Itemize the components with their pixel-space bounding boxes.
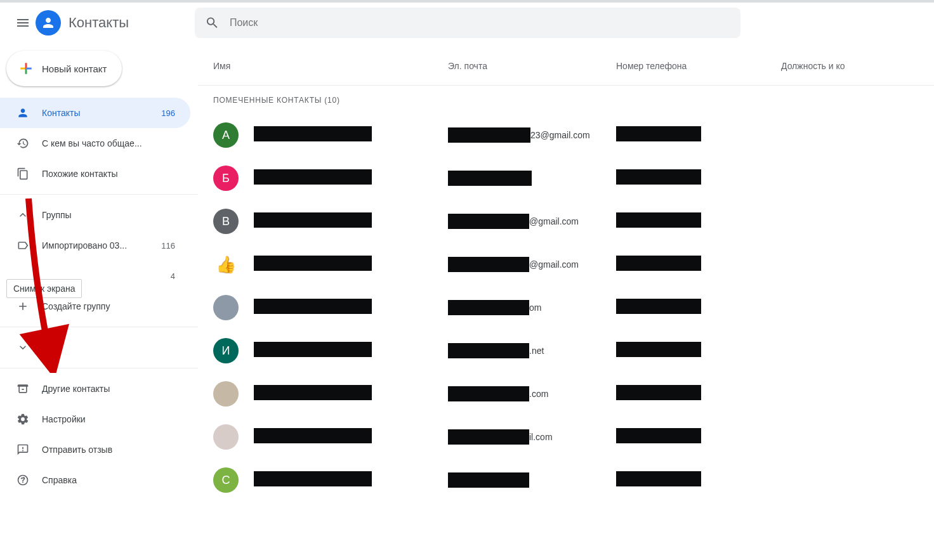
column-header-job[interactable]: Должность и ко	[781, 61, 845, 71]
table-row[interactable]: .com	[198, 372, 934, 415]
contact-phone-redacted	[616, 471, 701, 486]
avatar: В	[213, 209, 239, 234]
sidebar-more-toggle[interactable]: Ещё	[0, 332, 190, 363]
contact-name-redacted	[254, 299, 372, 314]
help-icon	[15, 472, 30, 488]
sidebar-item-merge[interactable]: Похожие контакты	[0, 159, 190, 189]
table-row[interactable]: А23@gmail.com	[198, 114, 934, 157]
search-icon	[205, 15, 220, 30]
contact-email-redacted	[448, 171, 532, 186]
screenshot-tooltip: Снимок экрана	[6, 279, 82, 298]
avatar: Б	[213, 166, 239, 191]
sidebar-groups-label: Группы	[42, 210, 175, 220]
contact-name-redacted	[254, 428, 372, 443]
main-menu-button[interactable]	[8, 8, 38, 38]
contact-email-tail: @gmail.com	[529, 259, 579, 270]
contact-phone-redacted	[616, 126, 701, 141]
table-header-row: Имя Эл. почта Номер телефона Должность и…	[198, 53, 934, 79]
sidebar-group-count: 4	[171, 271, 175, 281]
avatar: С	[213, 467, 239, 493]
column-header-name[interactable]: Имя	[213, 61, 448, 71]
contact-email-redacted	[448, 257, 529, 272]
table-row[interactable]: om	[198, 286, 934, 329]
contact-phone-redacted	[616, 428, 701, 443]
sidebar-group-item[interactable]: Импортировано 03... 116	[0, 230, 190, 261]
contact-phone-redacted	[616, 169, 701, 185]
sidebar-item-label: Отправить отзыв	[42, 445, 175, 455]
contact-email-tail: 23@gmail.com	[530, 130, 590, 140]
avatar	[213, 424, 239, 450]
contact-phone-redacted	[616, 385, 701, 400]
contact-email-redacted	[448, 343, 529, 358]
gear-icon	[15, 412, 30, 427]
contact-phone-redacted	[616, 342, 701, 357]
table-row[interactable]: И.net	[198, 329, 934, 372]
sidebar-item-label: Другие контакты	[42, 384, 175, 394]
avatar: И	[213, 338, 239, 363]
contact-phone-redacted	[616, 256, 701, 271]
new-contact-label: Новый контакт	[42, 63, 107, 74]
contact-email-tail: om	[529, 303, 541, 313]
table-row[interactable]: В@gmail.com	[198, 200, 934, 243]
sidebar-item-help[interactable]: Справка	[0, 465, 190, 495]
sidebar-create-group-label: Создайте группу	[42, 301, 175, 311]
plus-multicolor-icon	[18, 60, 34, 77]
sidebar: Новый контакт Контакты 196 С кем вы част…	[0, 43, 198, 560]
sidebar-more-label: Ещё	[42, 342, 175, 353]
table-row[interactable]: Б	[198, 157, 934, 200]
contact-name-redacted	[254, 471, 372, 486]
contact-email-tail: .net	[529, 346, 544, 356]
sidebar-item-label: Похожие контакты	[42, 169, 175, 179]
contact-name-redacted	[254, 342, 372, 357]
person-icon	[15, 105, 30, 120]
chevron-up-icon	[15, 207, 30, 223]
table-row[interactable]: 👍@gmail.com	[198, 243, 934, 286]
sidebar-item-count: 196	[161, 108, 175, 118]
sidebar-item-feedback[interactable]: Отправить отзыв	[0, 434, 190, 465]
app-logo[interactable]: Контакты	[36, 10, 129, 36]
search-box[interactable]	[195, 8, 740, 38]
contact-name-redacted	[254, 212, 372, 228]
table-row[interactable]: С	[198, 459, 934, 502]
avatar: 👍	[213, 252, 239, 277]
table-row[interactable]: il.com	[198, 415, 934, 459]
history-icon	[15, 136, 30, 151]
search-input[interactable]	[230, 17, 730, 29]
sidebar-item-label: С кем вы часто общае...	[42, 138, 175, 148]
archive-icon	[15, 381, 30, 396]
feedback-icon	[15, 442, 30, 457]
contact-name-redacted	[254, 126, 372, 141]
new-contact-button[interactable]: Новый контакт	[6, 51, 122, 86]
contact-name-redacted	[254, 256, 372, 271]
contact-email-redacted	[448, 429, 529, 445]
sidebar-groups-toggle[interactable]: Группы	[0, 200, 190, 230]
chevron-down-icon	[15, 340, 30, 355]
contact-email-redacted	[448, 214, 529, 229]
contact-name-redacted	[254, 169, 372, 185]
contact-email-redacted	[448, 300, 529, 315]
contact-email-tail: @gmail.com	[529, 216, 579, 226]
avatar	[213, 295, 239, 320]
sidebar-group-label: Импортировано 03...	[42, 240, 161, 251]
sidebar-item-settings[interactable]: Настройки	[0, 404, 190, 434]
contact-phone-redacted	[616, 212, 701, 228]
contact-email-redacted	[448, 386, 529, 401]
column-header-phone[interactable]: Номер телефона	[616, 61, 781, 71]
column-header-email[interactable]: Эл. почта	[448, 61, 616, 71]
contact-name-redacted	[254, 385, 372, 400]
sidebar-item-other-contacts[interactable]: Другие контакты	[0, 374, 190, 404]
avatar: А	[213, 122, 239, 148]
duplicate-icon	[15, 166, 30, 181]
contact-email-tail: il.com	[529, 432, 553, 442]
section-label-starred: Помеченные контакты (10)	[198, 86, 934, 114]
avatar	[213, 381, 239, 407]
contacts-app-icon	[36, 10, 61, 36]
sidebar-item-frequent[interactable]: С кем вы часто общае...	[0, 128, 190, 159]
header: Контакты	[0, 3, 934, 43]
hamburger-icon	[15, 15, 30, 30]
app-title: Контакты	[69, 15, 129, 31]
sidebar-item-contacts[interactable]: Контакты 196	[0, 98, 190, 128]
sidebar-item-label: Настройки	[42, 414, 175, 424]
plus-icon	[15, 299, 30, 314]
sidebar-item-label: Справка	[42, 475, 175, 485]
